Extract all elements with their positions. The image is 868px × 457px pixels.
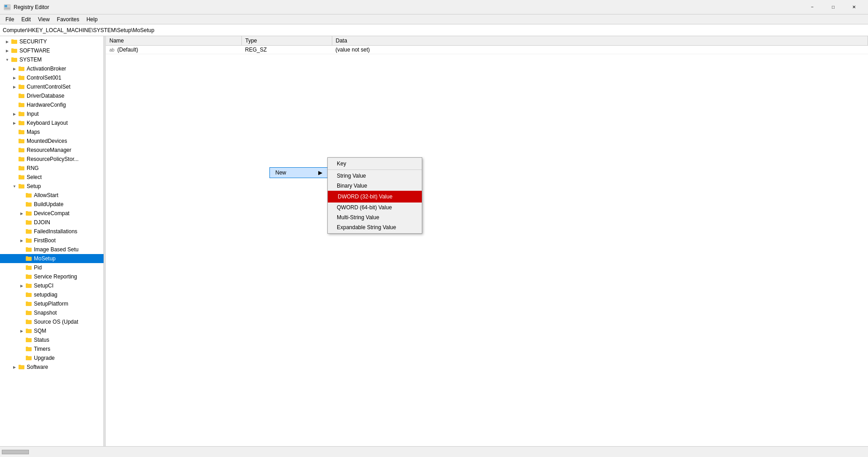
tree-item-timers[interactable]: ▶ Timers [0,344,104,353]
tree-item-activationbroker[interactable]: ▶ ActivationBroker [0,64,104,73]
submenu-item-multi-string-value[interactable]: Multi-String Value [328,212,422,222]
menu-favorites[interactable]: Favorites [53,15,83,24]
tree-item-hardwareconfig[interactable]: ▶ HardwareConfig [0,100,104,109]
expander-system: ▼ [4,56,11,63]
tree-label-sourceos: Source OS (Updat [34,319,78,325]
svg-rect-71 [26,329,28,330]
tree-item-software[interactable]: ▶ SOFTWARE [0,46,104,55]
menu-file[interactable]: File [2,15,18,24]
tree-item-resourcemanager[interactable]: ▶ ResourceManager [0,146,104,155]
tree-item-setupci[interactable]: ▶ SetupCI [0,281,104,290]
menu-edit[interactable]: Edit [18,15,34,24]
svg-rect-18 [19,94,24,98]
submenu-label-dword-value: DWORD (32-bit) Value [338,193,392,200]
svg-rect-48 [26,230,32,234]
menu-help[interactable]: Help [83,15,101,24]
main-container: ▶ SECURITY ▶ SOFTWARE ▼ SYSTEM ▶ [0,36,868,446]
tree-label-mounteddevices: MountedDevices [27,138,67,144]
tree-item-mosetup[interactable]: ▶ MoSetup [0,254,104,263]
bottom-scrollbar[interactable] [0,446,868,457]
tree-item-mounteddevices[interactable]: ▶ MountedDevices [0,137,104,146]
folder-icon [25,246,33,253]
tree-label-input: Input [27,111,39,117]
svg-rect-27 [19,130,21,131]
table-row[interactable]: ab (Default) REG_SZ (value not set) [106,46,868,54]
folder-icon [18,128,25,136]
cell-name-value: (Default) [117,47,138,53]
tree-item-resourcepolicystore[interactable]: ▶ ResourcePolicyStor... [0,155,104,164]
horizontal-scrollbar-thumb[interactable] [2,450,29,454]
tree-item-pid[interactable]: ▶ Pid [0,263,104,272]
tree-item-keyboardlayout[interactable]: ▶ Keyboard Layout [0,118,104,127]
folder-icon [25,354,33,362]
tree-item-setupdiag[interactable]: ▶ setupdiag [0,290,104,299]
tree-item-sqm[interactable]: ▶ SQM [0,326,104,335]
svg-rect-3 [8,6,10,7]
tree-item-maps[interactable]: ▶ Maps [0,127,104,137]
tree-item-devicecompat[interactable]: ▶ DeviceCompat [0,209,104,218]
submenu-item-expandable-string-value[interactable]: Expandable String Value [328,222,422,232]
title-bar-controls: − □ ✕ [802,0,864,14]
tree-item-firstboot[interactable]: ▶ FirstBoot [0,236,104,245]
tree-item-sourceos[interactable]: ▶ Source OS (Updat [0,317,104,326]
default-icon: ab [109,47,114,52]
folder-icon [25,210,33,217]
tree-item-status[interactable]: ▶ Status [0,335,104,344]
tree-item-setup[interactable]: ▼ Setup [0,182,104,191]
expander-controlset001: ▶ [11,74,18,81]
svg-rect-12 [19,67,24,71]
tree-item-setupplatform[interactable]: ▶ SetupPlatform [0,299,104,308]
tree-label-driverdatabase: DriverDatabase [27,93,64,99]
tree-item-failedinstallations[interactable]: ▶ FailedInstallations [0,227,104,236]
col-header-data: Data [332,36,868,46]
tree-item-servicereporting[interactable]: ▶ Service Reporting [0,272,104,281]
expander-security: ▶ [4,38,11,45]
submenu-item-qword-value[interactable]: QWORD (64-bit) Value [328,203,422,212]
tree-item-controlset001[interactable]: ▶ ControlSet001 [0,73,104,82]
tree-item-currentcontrolset[interactable]: ▶ CurrentControlSet [0,82,104,91]
tree-item-imagebasedsetu[interactable]: ▶ Image Based Setu [0,245,104,254]
tree-label-security: SECURITY [19,38,47,45]
tree-label-resourcepolicystore: ResourcePolicyStor... [27,156,79,162]
folder-icon [25,309,33,316]
tree-label-software2: Software [27,364,48,370]
tree-item-input[interactable]: ▶ Input [0,109,104,118]
tree-item-driverdatabase[interactable]: ▶ DriverDatabase [0,91,104,100]
svg-rect-22 [19,112,24,116]
maximize-button[interactable]: □ [823,0,844,14]
close-button[interactable]: ✕ [844,0,864,14]
submenu-item-dword-value[interactable]: DWORD (32-bit) Value [328,191,422,203]
tree-item-select[interactable]: ▶ Select [0,173,104,182]
expander-setupci: ▶ [18,282,25,289]
tree-item-djoin[interactable]: ▶ DJOIN [0,218,104,227]
tree-item-upgrade[interactable]: ▶ Upgrade [0,353,104,363]
context-menu-overlay: New ▶ Key String Value Binary Value DWOR… [106,36,868,446]
expander-software: ▶ [4,47,11,54]
submenu-label-string-value: String Value [337,173,366,179]
menu-view[interactable]: View [34,15,53,24]
expander-activationbroker: ▶ [11,65,18,72]
tree-item-snapshot[interactable]: ▶ Snapshot [0,308,104,317]
submenu-item-binary-value[interactable]: Binary Value [328,181,422,191]
new-menu-item[interactable]: New ▶ [269,167,328,178]
svg-rect-70 [26,329,32,333]
folder-icon [18,183,25,190]
tree-label-allowstart: AllowStart [34,192,58,198]
svg-rect-2 [8,5,10,6]
svg-rect-31 [19,148,21,149]
svg-rect-51 [26,238,28,239]
tree-item-allowstart[interactable]: ▶ AllowStart [0,191,104,200]
svg-rect-73 [26,338,28,339]
folder-icon [18,101,25,108]
submenu-label-multi-string-value: Multi-String Value [337,214,379,221]
submenu-item-key[interactable]: Key [328,159,422,169]
tree-item-security[interactable]: ▶ SECURITY [0,37,104,46]
expander-sqm: ▶ [18,327,25,335]
submenu-item-string-value[interactable]: String Value [328,171,422,181]
minimize-button[interactable]: − [802,0,823,14]
tree-panel[interactable]: ▶ SECURITY ▶ SOFTWARE ▼ SYSTEM ▶ [0,36,104,446]
tree-item-software2[interactable]: ▶ Software [0,363,104,372]
tree-item-rng[interactable]: ▶ RNG [0,164,104,173]
tree-item-system[interactable]: ▼ SYSTEM [0,55,104,64]
tree-item-buildupdate[interactable]: ▶ BuildUpdate [0,200,104,209]
